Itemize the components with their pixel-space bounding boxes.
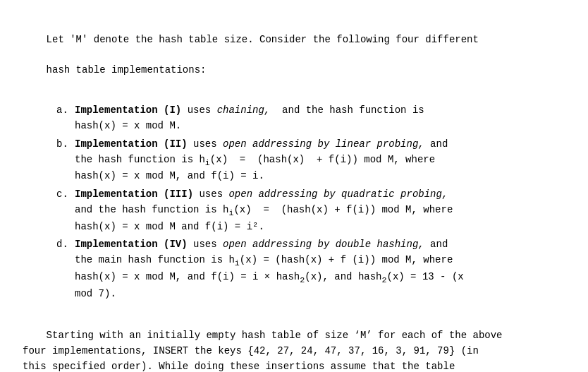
impl-b-line2: the hash function is hi(x) = (hash(x) + …	[75, 154, 435, 165]
impl-a-line1: Implementation (I) uses chaining, and th…	[75, 104, 424, 116]
impl-a-line2: hash(x) = x mod M.	[75, 120, 181, 131]
impl-content-d: Implementation (IV) uses open addressing…	[75, 237, 565, 301]
impl-item-b: b. Implementation (II) uses open address…	[56, 137, 565, 184]
impl-content-c: Implementation (III) uses open addressin…	[75, 187, 565, 234]
impl-b-line1: Implementation (II) uses open addressing…	[75, 138, 448, 150]
intro-line2: hash table implementations:	[47, 64, 207, 76]
impl-label-b: b.	[56, 137, 71, 152]
intro-paragraph: Let 'M' denote the hash table size. Cons…	[23, 17, 565, 93]
impl-item-c: c. Implementation (III) uses open addres…	[56, 187, 565, 234]
impl-d-line2: the main hash function is hi(x) = (hash(…	[75, 254, 453, 265]
impl-d-line1: Implementation (IV) uses open addressing…	[75, 239, 448, 250]
impl-content-b: Implementation (II) uses open addressing…	[75, 137, 565, 184]
intro-line1: Let 'M' denote the hash table size. Cons…	[47, 34, 479, 45]
impl-label-a: a.	[56, 103, 71, 119]
impl-d-line3: hash(x) = x mod M, and f(i) = i × hash2(…	[75, 271, 464, 282]
impl-label-d: d.	[56, 237, 71, 253]
impl-item-a: a. Implementation (I) uses chaining, and…	[56, 103, 565, 133]
impl-d-line4: mod 7).	[75, 288, 116, 299]
page-content: Let 'M' denote the hash table size. Cons…	[23, 17, 565, 372]
impl-label-c: c.	[56, 187, 71, 203]
impl-b-line3: hash(x) = x mod M, and f(i) = i.	[75, 170, 264, 181]
impl-content-a: Implementation (I) uses chaining, and th…	[75, 103, 565, 133]
impl-c-line3: hash(x) = x mod M and f(i) = i².	[75, 221, 264, 232]
impl-c-line1: Implementation (III) uses open addressin…	[75, 188, 448, 200]
conclusion-paragraph: Starting with an initially empty hash ta…	[23, 313, 565, 372]
implementations-list: a. Implementation (I) uses chaining, and…	[56, 103, 565, 301]
conclusion-text: Starting with an initially empty hash ta…	[23, 330, 503, 372]
impl-item-d: d. Implementation (IV) uses open address…	[56, 237, 565, 301]
impl-c-line2: and the hash function is hi(x) = (hash(x…	[75, 204, 453, 215]
